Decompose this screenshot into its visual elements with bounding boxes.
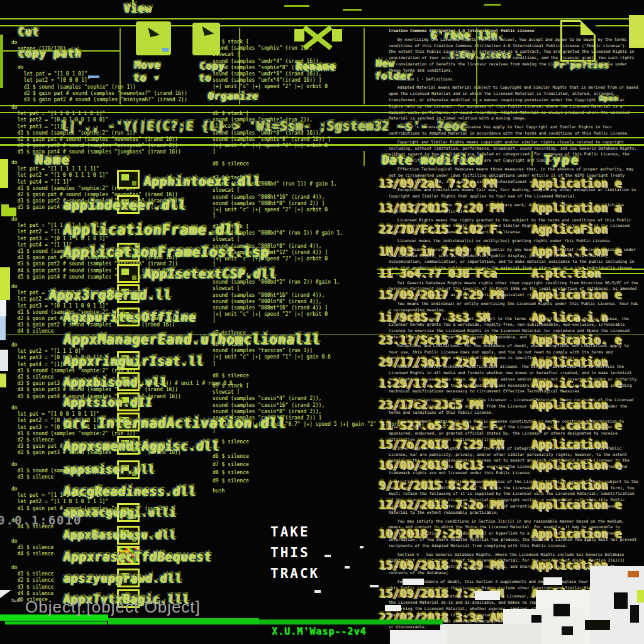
address-text: 0.0.1:6010 [0,513,82,527]
glitch-fragment [630,605,639,623]
glitch-fragment [585,620,610,630]
glitch-fragment [259,619,443,625]
glitch-fragment [5,621,107,625]
glitch-fragment [475,591,500,600]
column-header-name[interactable]: Name [34,151,70,167]
green-glitch-text: X.U.M'Wasp--2v4 [272,626,366,637]
file-date-type: 23/17c2.2Jc5 PM Application [379,397,608,411]
file-row[interactable]: Appxbisond.vll [62,374,167,389]
file-date-type: 1:29/1?.25 3.2 PM App.ic.tion e [379,376,621,390]
file-row[interactable]: orc InternadActivation.dll [62,414,287,431]
scanline [0,18,644,19]
glitch-fragment [390,630,447,644]
glitch-fragment [370,585,379,587]
file-row[interactable]: ApplicationFrame.dll [62,221,243,238]
divider [364,28,365,104]
file-date-type: 13/09/2aL 7:2o PM Application e [379,176,621,190]
copy-to-icon [192,23,220,55]
file-row[interactable]: AgxpuritesOffIine [62,309,196,324]
livecode-block: hush [213,488,225,494]
file-row[interactable]: appindexeer.dll [62,196,186,213]
file-date-type: 11 3o4.?7 0JB Fca A.plc.tion [379,266,601,280]
file-date-type: 9/1c/2015 8:22 PM Application [379,478,608,492]
glitch-fragment [562,626,573,635]
livecode-block: d6 $ silence d7 $ silence d8 $ silence d… [213,452,249,485]
file-date-type: 29/17/3o17 2z0 PM Application [379,355,608,369]
file-date-type: 15/7o/2018 7:29 PM Application [379,437,608,451]
glitch-fragment [108,618,259,625]
copy-path-button[interactable]: copy path [17,46,82,60]
glitch-screenshot-canvas: Creative Commons Attribution 4.0 Interna… [0,0,644,644]
livecode-block: do let pat = "[1 0 1 0]" let pat2 = "[0 … [18,65,187,103]
glitch-fragment [314,590,321,593]
file-row[interactable]: appsmiser.ull [62,462,155,476]
file-date-type: 10/2018 7:29 PM Application e [379,526,621,540]
glitch-fragment [637,590,644,602]
glitch-fragment [0,300,6,316]
organize-button[interactable]: Organize [207,90,258,102]
move-to-button[interactable]: Move to ▾ [133,58,161,84]
file-row[interactable]: AppxsmendtAgpisc.dll [62,438,219,453]
livecode-block: d7 $ stack [ sound (samples "808bd*2" (r… [213,273,340,325]
glitch-fragment [553,604,570,616]
cut-button[interactable]: Cut [17,25,39,38]
glitch-text: t-Eny y;cess ~ [448,50,521,59]
glitch-fragment [531,615,541,623]
file-row[interactable]: Appx3rg8ermd.ll [48,286,172,303]
rename-button[interactable]: Rename [295,60,336,73]
file-date-type: 16/0D/2019 6c13 ... Application e [379,458,621,472]
file-row[interactable]: AppxBasubesu.dll [62,528,176,541]
file-icon [117,170,140,189]
column-header-type[interactable]: Type [543,152,580,167]
new-folder-button[interactable]: New folder [374,57,414,82]
glitch-fragment [88,75,99,78]
glitch-fragment [628,571,639,577]
file-row[interactable]: AacgReadiness.dll [62,483,196,498]
move-to-icon [136,21,171,55]
menu-view[interactable]: View [123,1,152,15]
glitch-fragment [543,577,562,585]
file-row[interactable]: AppxrasecTfdBequest [62,548,212,564]
take-this-track-caption: TAKE THIS TRACK [270,522,319,584]
file-icon [117,264,140,283]
hush-label: hush [11,598,22,603]
file-date-type: 23.1?/Sc15 25c AM Applicatio. e [379,333,621,347]
divider [531,151,533,166]
glitch-fragment [484,4,501,6]
license-paragraph: Adapted Material means material subject … [389,84,639,121]
license-title: Creative Commons Attribution 4.0 Interna… [389,28,639,34]
glitch-fragment [0,374,6,387]
livecode-block: d8 $ silence [213,373,249,379]
glitch-text: Open [599,94,618,103]
rename-icon [294,21,342,55]
glitch-fragment [0,350,8,371]
file-row[interactable]: apszyupgrawd.dll [62,570,182,585]
file-row[interactable]: AppxManagerEand.uThomclional1l [62,331,321,347]
document-icon-partial [629,15,644,48]
mouse-cursor-icon [0,590,11,598]
glitch-text: Pr'pe?ties [553,60,609,70]
file-date-type: 13/03/2015 7:20 PM Application a [379,201,621,214]
license-paragraph: Licensor means the individual(s) or enti… [389,238,639,244]
divider [364,151,365,166]
glitch-fragment [345,566,350,569]
copy-to-button[interactable]: Copy to [198,60,225,84]
file-date-type: 15/09/2017 7:29 PM Application e [379,287,621,301]
glitch-fragment [0,267,10,300]
file-date-type: 22/7D/Fc15 2:02 F. AgplicaFion [379,222,608,236]
file-row[interactable]: ApplicationFrameIost.lsp [62,243,269,260]
file-row[interactable]: AppIsetextCSP.dll [143,265,277,280]
glitch-fragment [325,555,331,557]
folder-icon [1,208,16,216]
file-date-type: 15/09/2018 7:29 PM Application [379,558,608,572]
glitch-fragment [360,546,364,548]
livecode-block: do d5 $ silence d4 $ silence [11,538,53,558]
file-row[interactable]: Apptsion.dII [62,394,153,409]
file-date-type: 1i/9c8S.7 3s3 5M Ap.lica.i.n [379,310,608,324]
file-row[interactable]: Apphintoext.dll [143,173,261,188]
file-row[interactable]: AppxringuirIsat.ll [62,353,204,368]
object-status-text: Object].[object Object] [25,597,201,617]
breadcrumb[interactable]: l|'., -'Y(|E(C?;E {L} > 'Wi=Ssm- ;Sgstem… [60,118,467,133]
column-header-date-modified[interactable]: Date modified [380,152,483,167]
glitch-fragment [0,159,8,188]
